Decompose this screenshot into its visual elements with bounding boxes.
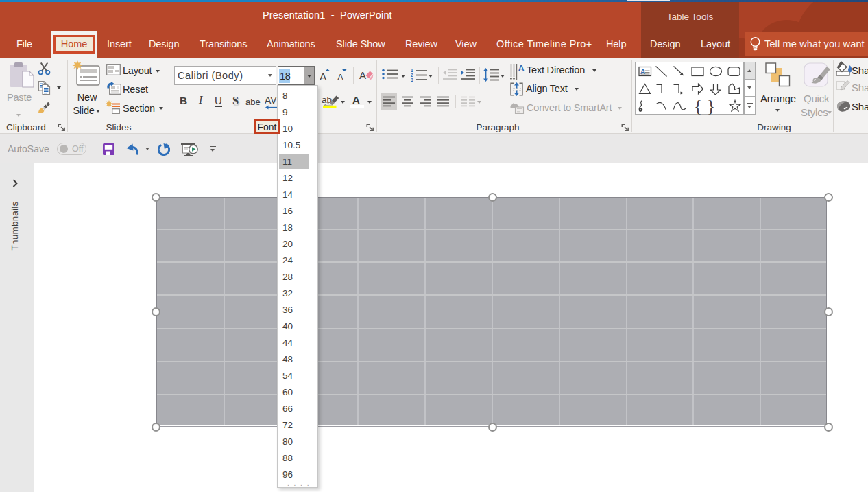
- svg-text:A: A: [518, 63, 525, 73]
- svg-text:A: A: [320, 71, 327, 82]
- svg-text:A: A: [359, 69, 366, 81]
- svg-text:3: 3: [411, 78, 413, 82]
- svg-text:A: A: [352, 94, 360, 106]
- svg-text:2: 2: [411, 73, 413, 78]
- svg-text:A: A: [337, 72, 343, 82]
- svg-text:AV: AV: [265, 95, 277, 106]
- svg-text:}: }: [707, 97, 715, 115]
- svg-text:{: {: [694, 97, 702, 115]
- svg-text:1: 1: [411, 68, 413, 73]
